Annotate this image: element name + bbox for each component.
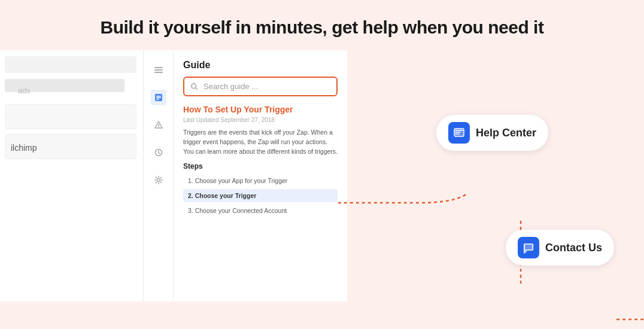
ui-mockup: ads ilchimp xyxy=(0,50,347,301)
help-center-label: Help Center xyxy=(476,127,536,139)
svg-rect-7 xyxy=(158,124,159,126)
svg-rect-6 xyxy=(156,99,159,100)
icon-warning[interactable] xyxy=(151,117,166,133)
svg-rect-0 xyxy=(154,67,163,68)
svg-rect-4 xyxy=(156,96,161,97)
article-title: How To Set Up Your Trigger xyxy=(183,105,338,114)
article-body: Triggers are the events that kick off yo… xyxy=(183,128,338,156)
page-headline: Build it yourself in minutes, get help w… xyxy=(0,0,644,50)
sidebar-left: ads ilchimp xyxy=(0,50,144,301)
search-icon xyxy=(190,83,199,91)
contact-us-label: Contact Us xyxy=(545,242,602,254)
search-placeholder: Search guide ... xyxy=(203,82,258,91)
sidebar-app-mailchimp: ilchimp xyxy=(11,143,37,153)
guide-panel: Guide Search guide ... How To Set Up You… xyxy=(174,50,347,301)
icon-column xyxy=(144,50,174,301)
help-center-callout[interactable]: Help Center xyxy=(436,115,548,151)
svg-rect-5 xyxy=(156,98,161,99)
main-area: ads ilchimp xyxy=(0,50,644,319)
article-date: Last Updated September 27, 2018 xyxy=(183,117,338,123)
svg-rect-2 xyxy=(154,72,163,73)
step-item-1: 1. Choose your App for your Trigger xyxy=(183,174,338,187)
guide-title: Guide xyxy=(183,60,338,71)
icon-book[interactable] xyxy=(151,90,166,105)
svg-point-10 xyxy=(157,179,160,182)
sidebar-app-ads: ads xyxy=(18,86,31,95)
step-item-2[interactable]: 2. Choose your Trigger xyxy=(183,189,338,202)
search-box[interactable]: Search guide ... xyxy=(183,77,338,96)
contact-us-callout[interactable]: Contact Us xyxy=(506,230,614,266)
steps-label: Steps xyxy=(183,162,338,170)
svg-rect-1 xyxy=(154,69,163,71)
svg-point-8 xyxy=(158,127,159,128)
help-center-icon xyxy=(448,122,470,144)
icon-clock[interactable] xyxy=(151,145,166,160)
step-item-3: 3. Choose your Connected Account xyxy=(183,204,338,217)
icon-gear[interactable] xyxy=(151,172,166,188)
contact-us-icon xyxy=(518,237,539,258)
icon-list xyxy=(151,62,166,78)
